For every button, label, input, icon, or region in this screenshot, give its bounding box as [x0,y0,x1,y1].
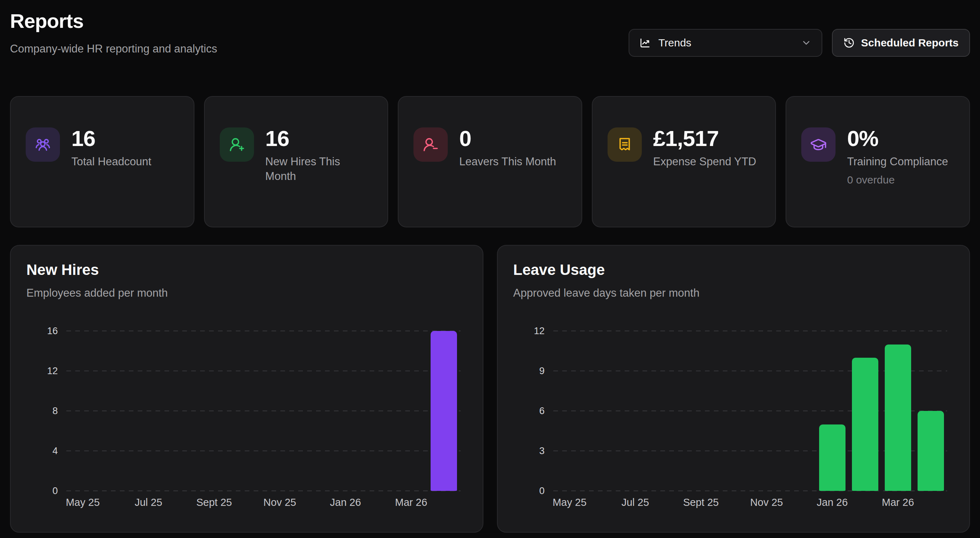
stat-text-block: 16Total Headcount [72,128,151,169]
x-axis: May 25Jul 25Sept 25Nov 25Jan 26Mar 26 [66,496,461,512]
x-axis-tick: Nov 25 [263,496,296,508]
stat-label: Total Headcount [72,155,151,169]
page-heading-block: Reports Company-wide HR reporting and an… [10,9,217,55]
chart-card-leave-usage: Leave UsageApproved leave days taken per… [497,245,970,533]
x-axis-tick: Nov 25 [750,496,783,508]
y-axis-tick: 8 [52,406,58,416]
stat-text-block: 0%Training Compliance0 overdue [847,128,948,186]
user-plus-icon [220,128,254,162]
x-axis: May 25Jul 25Sept 25Nov 25Jan 26Mar 26 [553,496,948,512]
x-axis-tick: Mar 26 [395,496,427,508]
stat-card-new-hires-this-month: 16New Hires This Month [204,96,388,227]
users-icon [26,128,60,162]
y-axis: 036912 [513,331,553,491]
stat-card-training-compliance: 0%Training Compliance0 overdue [786,96,970,227]
stats-row: 16Total Headcount16New Hires This Month0… [10,96,970,227]
y-axis-tick: 0 [52,486,58,496]
stat-label: New Hires This Month [266,155,369,184]
chart-title: Leave Usage [513,261,970,278]
x-axis-tick: May 25 [553,496,587,508]
user-minus-icon [414,128,448,162]
y-axis-tick: 0 [539,486,544,496]
scheduled-reports-label: Scheduled Reports [861,37,959,49]
x-axis-tick: Jan 26 [330,496,361,508]
stat-label: Leavers This Month [459,155,556,169]
chart-title: New Hires [26,261,483,278]
chart-bar-apr-26[interactable] [431,331,457,491]
plot-area [553,331,948,491]
page-subtitle: Company-wide HR reporting and analytics [10,42,217,55]
chevron-down-icon [801,37,811,48]
chart-bar-jan-26[interactable] [819,425,845,491]
report-type-value: Trends [659,37,793,49]
gridline [66,330,461,331]
x-axis-tick: May 25 [66,496,100,508]
stat-label: Expense Spend YTD [653,155,756,169]
stat-card-content: 0Leavers This Month [414,128,571,169]
plot-area [66,331,461,491]
chart-card-new-hires: New HiresEmployees added per month048121… [10,245,484,533]
chart-line-icon [639,37,651,49]
stat-card-content: 16New Hires This Month [220,128,377,184]
x-axis-tick: Jul 25 [622,496,649,508]
charts-row: New HiresEmployees added per month048121… [10,245,970,533]
header-controls: Trends Scheduled Reports [628,29,970,57]
y-axis-tick: 9 [539,366,544,376]
gridline [66,490,461,491]
stat-card-leavers-this-month: 0Leavers This Month [398,96,582,227]
chart-subtitle: Approved leave days taken per month [513,286,970,300]
y-axis-tick: 3 [539,446,544,456]
stat-label: Training Compliance [847,155,948,169]
stat-card-content: 16Total Headcount [26,128,183,169]
chart-subtitle: Employees added per month [26,286,483,300]
graduation-cap-icon [801,128,835,162]
y-axis-tick: 12 [534,326,544,336]
stat-card-total-headcount: 16Total Headcount [10,96,194,227]
stat-value: 0% [847,128,948,150]
gridline [553,330,948,331]
x-axis-tick: Mar 26 [882,496,914,508]
chart-bar-apr-26[interactable] [918,411,944,491]
y-axis: 0481216 [26,331,66,491]
stat-sublabel: 0 overdue [847,174,948,186]
y-axis-tick: 4 [52,446,58,456]
stat-card-expense-spend-ytd: £1,517Expense Spend YTD [592,96,776,227]
history-clock-icon [843,37,855,49]
gridline [66,450,461,451]
chart-bar-feb-26[interactable] [852,358,878,491]
y-axis-tick: 12 [47,366,58,376]
reports-page: Reports Company-wide HR reporting and an… [0,0,980,538]
x-axis-tick: Sept 25 [196,496,232,508]
stat-text-block: £1,517Expense Spend YTD [653,128,756,169]
x-axis-tick: Jul 25 [135,496,162,508]
receipt-icon [608,128,642,162]
stat-value: £1,517 [653,128,756,150]
y-axis-tick: 6 [539,406,544,416]
stat-card-content: £1,517Expense Spend YTD [608,128,765,169]
gridline [66,410,461,411]
stat-value: 16 [266,128,369,150]
stat-text-block: 0Leavers This Month [459,128,556,169]
y-axis-tick: 16 [47,326,58,336]
scheduled-reports-button[interactable]: Scheduled Reports [832,29,970,57]
stat-card-content: 0%Training Compliance0 overdue [801,128,959,186]
chart-plot: 036912May 25Jul 25Sept 25Nov 25Jan 26Mar… [513,331,970,512]
x-axis-tick: Jan 26 [817,496,848,508]
gridline [66,370,461,371]
x-axis-tick: Sept 25 [683,496,719,508]
page-header: Reports Company-wide HR reporting and an… [10,9,970,57]
chart-plot: 0481216May 25Jul 25Sept 25Nov 25Jan 26Ma… [26,331,483,512]
stat-value: 0 [459,128,556,150]
chart-bar-mar-26[interactable] [885,345,911,491]
page-title: Reports [10,10,217,32]
stat-text-block: 16New Hires This Month [266,128,369,184]
stat-value: 16 [72,128,151,150]
report-type-select[interactable]: Trends [628,29,822,57]
